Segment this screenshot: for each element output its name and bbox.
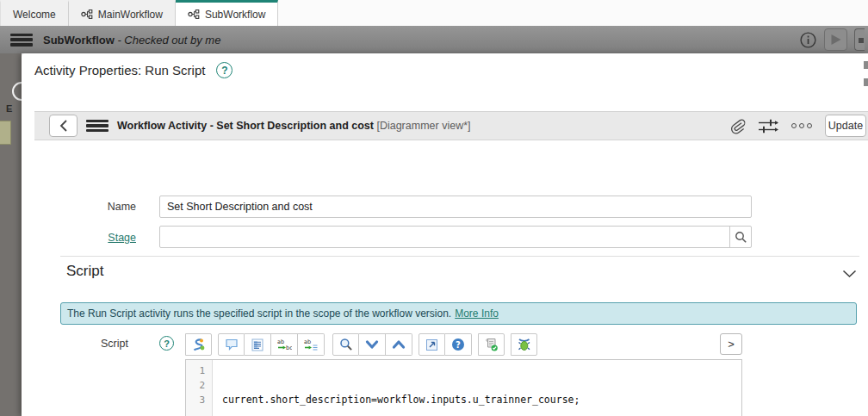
code-area: current.short_description=workflow.input… <box>213 360 741 416</box>
tab-subworkflow[interactable]: SubWorkflow <box>176 0 278 26</box>
activity-view-suffix: [Diagrammer view*] <box>374 120 471 132</box>
help-icon[interactable]: ? <box>216 62 232 78</box>
workflow-canvas-strip: E <box>0 53 22 416</box>
header-actions <box>799 26 865 53</box>
stage-label-link[interactable]: Stage <box>108 232 136 244</box>
paperclip-icon[interactable] <box>729 118 745 134</box>
canvas-node-fragment <box>12 82 22 101</box>
tab-welcome-label: Welcome <box>13 9 56 21</box>
more-options-icon[interactable] <box>791 123 812 128</box>
name-input[interactable] <box>159 196 752 218</box>
tab-subworkflow-label: SubWorkflow <box>205 9 265 21</box>
workflow-title-text: SubWorkflow <box>43 34 115 47</box>
workflow-subtitle: - Checked out by me <box>115 34 221 47</box>
activity-toolbar-title: Workflow Activity - Set Short Descriptio… <box>117 120 471 132</box>
code-line-1: current.short_description=workflow.input… <box>222 393 741 407</box>
clipped-menu-icon[interactable] <box>854 28 865 51</box>
canvas-box-fragment <box>0 121 11 145</box>
workflow-title: SubWorkflow - Checked out by me <box>43 34 220 47</box>
canvas-label-fragment: E <box>6 103 12 114</box>
help-icon[interactable]: ? <box>445 333 472 356</box>
sliders-icon[interactable] <box>758 118 778 134</box>
stage-input[interactable] <box>159 226 752 248</box>
comment-icon[interactable] <box>218 333 245 356</box>
line-number: 3 <box>186 393 205 407</box>
replace-all-icon[interactable]: ab <box>298 333 325 356</box>
activity-properties-panel: Activity Properties: Run Script ? Workfl… <box>22 53 868 416</box>
script-section-heading: Script <box>66 263 103 280</box>
hamburger-icon[interactable] <box>10 34 33 47</box>
workflow-header: SubWorkflow - Checked out by me <box>0 26 868 53</box>
clipped-edge-icon <box>864 78 868 86</box>
activity-title-text: Workflow Activity - Set Short Descriptio… <box>117 120 374 132</box>
workflow-icon <box>81 9 93 20</box>
more-info-link[interactable]: More Info <box>455 307 499 320</box>
banner-text: The Run Script activity runs the specifi… <box>67 307 451 320</box>
syntax-check-icon[interactable] <box>478 333 505 356</box>
debug-icon[interactable] <box>511 333 537 356</box>
clipped-edge-icon <box>864 61 868 69</box>
search-icon[interactable] <box>729 226 752 248</box>
update-button[interactable]: Update <box>825 115 866 137</box>
tab-mainworkflow-label: MainWorkflow <box>98 9 163 21</box>
help-icon[interactable]: ? <box>159 336 174 351</box>
search-icon[interactable] <box>332 333 359 356</box>
find-previous-icon[interactable] <box>386 333 412 356</box>
info-banner: The Run Script activity runs the specifi… <box>60 302 857 325</box>
tab-welcome[interactable]: Welcome <box>0 0 69 26</box>
stage-field <box>159 226 752 248</box>
expand-script-button[interactable]: > <box>720 333 742 355</box>
name-label: Name <box>24 201 136 213</box>
script-code-editor[interactable]: 1 2 3 current.short_description=workflow… <box>185 359 742 416</box>
line-number-gutter: 1 2 3 <box>186 360 213 416</box>
tab-mainworkflow[interactable]: MainWorkflow <box>69 0 176 26</box>
svg-text:?: ? <box>456 340 461 350</box>
play-icon[interactable] <box>824 28 847 51</box>
svg-text:ab: ab <box>277 338 284 345</box>
format-code-icon[interactable] <box>245 333 271 356</box>
popout-icon[interactable] <box>418 333 445 356</box>
find-next-icon[interactable] <box>359 333 386 356</box>
app-window: Welcome MainWorkflow SubWorkflow SubWork… <box>0 0 868 416</box>
script-field-label: Script <box>101 338 128 350</box>
syntax-editor-icon[interactable] <box>185 333 212 356</box>
script-field-row: Script ? abbc ab <box>22 333 868 356</box>
back-button[interactable] <box>49 115 78 137</box>
tab-bar: Welcome MainWorkflow SubWorkflow <box>0 0 868 26</box>
activity-toolbar: Workflow Activity - Set Short Descriptio… <box>34 111 868 140</box>
svg-text:bc: bc <box>286 345 292 351</box>
line-number: 2 <box>186 378 205 393</box>
hamburger-icon[interactable] <box>86 120 108 132</box>
svg-text:ab: ab <box>304 338 311 345</box>
chevron-left-icon <box>59 120 68 132</box>
line-number: 1 <box>186 363 205 378</box>
chevron-down-icon[interactable] <box>842 266 857 282</box>
replace-icon[interactable]: abbc <box>271 333 298 356</box>
workflow-icon <box>188 9 200 20</box>
info-icon[interactable] <box>799 31 817 49</box>
page-title: Activity Properties: Run Script <box>34 63 205 78</box>
section-divider <box>60 256 859 257</box>
